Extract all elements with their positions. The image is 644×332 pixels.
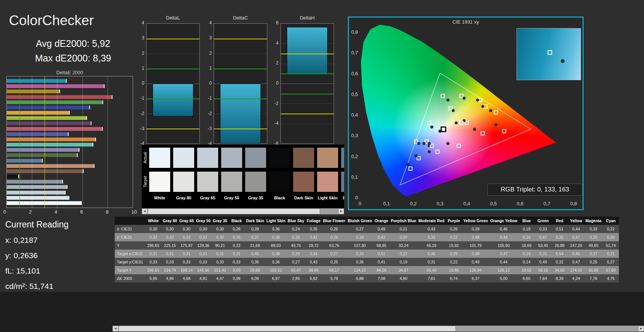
deltae-bar-fill <box>7 84 105 88</box>
deltal-y-tick: 3 <box>134 35 144 40</box>
deltae-bar-gray-65 <box>7 191 133 194</box>
cie-x-tick: 0,3 <box>436 201 445 206</box>
swatch-scrollbar[interactable]: ◄ ► <box>142 208 344 214</box>
scroll-right-arrow-icon[interactable]: ► <box>338 208 344 214</box>
deltae-bars <box>7 76 133 208</box>
scroll-right-arrow-icon[interactable]: ► <box>638 326 644 332</box>
table-cell: 5,62 <box>306 274 322 283</box>
deltal-y-tick: -2 <box>134 111 144 116</box>
table-cell: 126,12 <box>489 266 518 274</box>
cie-target-light-skin <box>459 121 463 125</box>
deltae-bar-blue-flower <box>7 148 133 152</box>
cie-y-tick: 0,8 <box>349 29 358 35</box>
table-cell: 189,14 <box>178 266 195 274</box>
cie-measured-green <box>446 99 449 102</box>
scroll-left-arrow-icon[interactable]: ◄ <box>142 208 148 214</box>
table-cell: 0,30 <box>162 225 178 233</box>
swatch-target-gray-35 <box>245 172 266 192</box>
row-label: Target x:CIE31 <box>115 250 145 258</box>
gridline <box>214 54 267 54</box>
deltal-y-tick: 1 <box>134 66 144 71</box>
table-cell: 0,26 <box>322 225 347 233</box>
swatch-label-dark-skin: Dark Skin <box>293 196 314 200</box>
deltae-x-tick: 2 <box>29 209 31 215</box>
deltah-y-tick: 4 <box>268 40 279 46</box>
col-header-moderate-red: Moderate Red <box>417 217 445 225</box>
col-header-purple: Purple <box>446 217 462 225</box>
table-cell: 0,47 <box>568 258 584 266</box>
cie-y-tick: 0 <box>349 195 358 200</box>
table-cell: 0,16 <box>518 233 535 241</box>
table-row: x: CIE310,300,300,300,300,300,260,390,36… <box>115 225 619 233</box>
table-cell: 84,09 <box>373 266 390 274</box>
deltae-bar-dark-skin <box>7 169 133 173</box>
table-cell: 0,36 <box>265 233 287 241</box>
table-cell: 6,74 <box>446 274 462 283</box>
table-cell: 4,24 <box>568 274 584 283</box>
deltae-bar-fill <box>7 196 69 200</box>
deltah-plot <box>280 23 334 144</box>
swatch-target-gray-65 <box>197 172 218 192</box>
deltal-plot <box>146 23 200 144</box>
cie-measured-bluish-green <box>430 126 433 129</box>
deltae-bar-fill <box>7 111 70 115</box>
cie-measured-blue <box>406 163 409 166</box>
table-cell: 0,26 <box>322 233 347 241</box>
deltae-bar-yellow-green <box>7 116 133 120</box>
deltae-bar-fill <box>7 164 94 168</box>
table-cell: 0,47 <box>489 250 518 258</box>
table-cell: 6,60 <box>518 274 535 283</box>
table-cell: 0,22 <box>446 258 462 266</box>
col-header-black: Black <box>228 217 245 225</box>
table-row: Target y:CIE310,330,330,330,330,330,330,… <box>115 258 619 266</box>
col-header-red: Red <box>551 217 568 225</box>
bottom-scrollbar[interactable]: ◄ ► <box>112 326 644 332</box>
row-label: Target y:CIE31 <box>115 258 145 266</box>
deltae-bar-purple <box>7 121 133 125</box>
table-cell: 175,97 <box>178 241 195 250</box>
table-cell: 68,95 <box>373 241 390 250</box>
deltae-bar-black <box>7 175 133 178</box>
table-cell: 34,87 <box>390 266 418 274</box>
cie-measured-cyan <box>417 142 420 145</box>
cie-measured-orange <box>489 109 492 112</box>
table-cell: 4,96 <box>162 274 178 283</box>
deltal-y-tick: -1 <box>134 96 144 101</box>
table-cell: 19,80 <box>446 266 462 274</box>
tolerance-line <box>214 69 267 69</box>
scroll-left-arrow-icon[interactable]: ◄ <box>112 326 118 332</box>
table-cell: 0,14 <box>518 258 535 266</box>
deltac-title: DeltaC <box>214 15 267 21</box>
table-cell: 4,75 <box>602 274 619 283</box>
col-header-gray-35: Gray 35 <box>212 217 229 225</box>
table-cell: 0,19 <box>518 250 535 258</box>
table-cell: 0,39 <box>245 225 265 233</box>
deltae-bar-fill <box>7 132 69 136</box>
swatch-label-black: Black <box>269 196 290 200</box>
table-cell: 0,31 <box>535 250 551 258</box>
table-corner <box>115 217 145 225</box>
target-swatches <box>149 172 344 192</box>
table-cell: 68,15 <box>535 266 551 274</box>
table-cell: 296,65 <box>145 266 162 274</box>
swatch-actual-white <box>149 148 170 168</box>
table-cell: 0,36 <box>265 258 287 266</box>
deltae-bar-fill <box>7 153 78 157</box>
table-cell: 55,40 <box>417 266 445 274</box>
table-row: Target Y296,65234,74189,14145,66101,430,… <box>115 266 619 274</box>
col-header-green: Green <box>535 217 551 225</box>
current-reading-heading: Current Reading <box>5 220 69 230</box>
bottom-scrollbar-thumb[interactable] <box>118 326 456 332</box>
deltae-bar-orange <box>7 138 133 141</box>
table-cell: 4,81 <box>195 274 212 283</box>
table-cell: 0,99 <box>228 274 245 283</box>
tolerance-line <box>214 129 267 129</box>
table-cell: 53,40 <box>535 241 551 250</box>
table-cell: 33,24 <box>390 241 418 250</box>
table-cell: 4,47 <box>212 274 229 283</box>
table-row: Target x:CIE310,310,310,310,310,310,310,… <box>115 250 619 258</box>
swatch-target-gray-50 <box>221 172 242 192</box>
swatch-scrollbar-thumb[interactable] <box>148 208 320 214</box>
cie-measured-moderate-red <box>473 128 476 131</box>
table-cell: 89,03 <box>265 241 287 250</box>
